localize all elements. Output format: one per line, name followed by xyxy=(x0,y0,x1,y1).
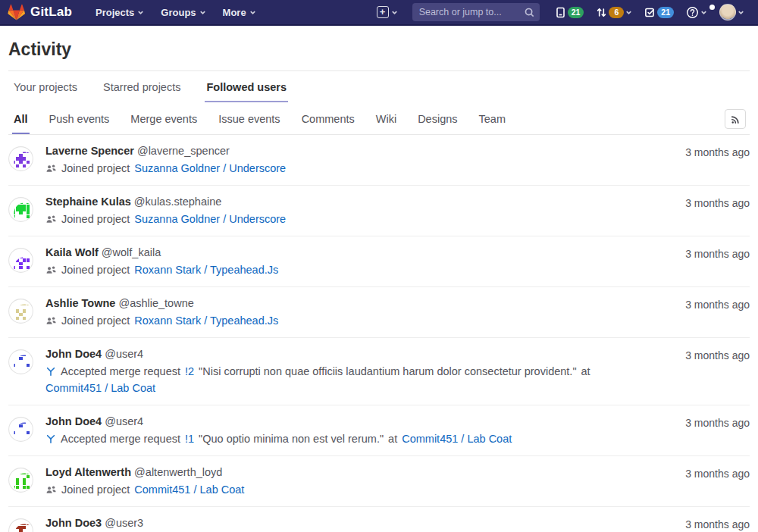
issues-counter-button[interactable]: 21 xyxy=(549,7,590,18)
filter-all[interactable]: All xyxy=(12,104,30,134)
user-handle: @altenwerth_loyd xyxy=(134,466,222,478)
users-icon xyxy=(45,264,57,276)
users-icon xyxy=(45,214,57,225)
chevron-down-icon xyxy=(700,9,707,16)
user-identicon-avatar[interactable] xyxy=(8,197,33,222)
top-navbar: GitLab Projects Groups More + xyxy=(0,0,758,26)
user-handle: @ashlie_towne xyxy=(118,297,193,309)
event-detail: Joined project Suzanna Goldner / Undersc… xyxy=(45,213,675,225)
event-filter-tabs: All Push events Merge events Issue event… xyxy=(8,104,750,135)
event-timestamp: 3 months ago xyxy=(685,297,750,311)
user-identicon-avatar[interactable] xyxy=(8,518,33,532)
user-full-name[interactable]: John Doe4 xyxy=(45,348,102,360)
user-full-name[interactable]: Ashlie Towne xyxy=(45,297,115,309)
tab-your-projects[interactable]: Your projects xyxy=(12,71,79,102)
event-detail: Joined project Roxann Stark / Typeahead.… xyxy=(45,315,675,327)
activity-row: John Doe4 @user4 Accepted merge request … xyxy=(8,405,750,456)
user-identicon-avatar[interactable] xyxy=(8,248,33,273)
user-full-name[interactable]: Kaila Wolf xyxy=(45,246,99,258)
page-title: Activity xyxy=(8,26,750,70)
users-icon xyxy=(45,163,57,174)
merge-request-ref-link[interactable]: !2 xyxy=(185,365,194,377)
todos-count-badge: 21 xyxy=(657,7,674,18)
event-action-text: Joined project xyxy=(61,264,130,276)
activity-row: Laverne Spencer @laverne_spencer Joined … xyxy=(8,135,750,186)
chevron-down-icon xyxy=(249,9,256,16)
new-menu-button[interactable]: + xyxy=(371,6,403,18)
chevron-down-icon xyxy=(199,9,206,16)
project-link[interactable]: Commit451 / Lab Coat xyxy=(45,382,155,394)
event-timestamp: 3 months ago xyxy=(685,196,750,209)
chevron-down-icon xyxy=(625,9,632,16)
merge-request-title-text: "Nisi corrupti non quae officiis laudant… xyxy=(199,365,576,377)
gitlab-tanuki-logo-icon xyxy=(8,4,25,20)
todo-checklist-icon xyxy=(644,7,656,18)
filter-issue-events[interactable]: Issue events xyxy=(217,104,281,134)
user-identicon-avatar[interactable] xyxy=(8,468,33,493)
event-action-text: Joined project xyxy=(61,162,130,174)
project-link[interactable]: Suzanna Goldner / Underscore xyxy=(134,162,286,174)
chevron-down-icon xyxy=(738,9,744,16)
filter-push-events[interactable]: Push events xyxy=(48,104,111,134)
tab-starred-projects[interactable]: Starred projects xyxy=(102,71,182,102)
nav-menu-more[interactable]: More xyxy=(215,0,265,24)
filter-team[interactable]: Team xyxy=(478,104,507,134)
event-action-text: Joined project xyxy=(61,315,130,327)
nav-menu-groups[interactable]: Groups xyxy=(152,0,214,24)
user-avatar xyxy=(719,4,736,20)
tab-followed-users[interactable]: Followed users xyxy=(205,71,288,102)
user-identicon-avatar[interactable] xyxy=(8,349,33,374)
issues-icon xyxy=(555,7,566,18)
user-handle: @laverne_spencer xyxy=(137,145,230,157)
user-handle: @user4 xyxy=(105,415,143,427)
user-identicon-avatar[interactable] xyxy=(8,299,33,324)
user-handle: @user4 xyxy=(105,348,143,360)
activity-row: Loyd Altenwerth @altenwerth_loyd Joined … xyxy=(8,456,750,507)
user-handle: @wolf_kaila xyxy=(102,246,161,258)
global-search xyxy=(412,3,540,21)
user-full-name[interactable]: John Doe3 xyxy=(45,517,102,529)
rss-feed-button[interactable] xyxy=(725,109,746,129)
merge-request-ref-link[interactable]: !1 xyxy=(185,433,194,445)
user-full-name[interactable]: John Doe4 xyxy=(45,415,102,427)
search-input[interactable] xyxy=(412,3,540,21)
user-full-name[interactable]: Laverne Spencer xyxy=(45,145,134,157)
filter-comments[interactable]: Comments xyxy=(300,104,356,134)
activity-row: John Doe4 @user4 Accepted merge request … xyxy=(8,338,750,405)
filter-merge-events[interactable]: Merge events xyxy=(129,104,199,134)
project-link[interactable]: Commit451 / Lab Coat xyxy=(134,483,244,496)
notification-dot xyxy=(709,5,715,10)
merge-request-icon xyxy=(45,433,56,445)
user-menu-button[interactable] xyxy=(713,4,750,20)
event-timestamp: 3 months ago xyxy=(685,466,750,480)
gitlab-home-link[interactable]: GitLab xyxy=(8,4,72,20)
filter-wiki[interactable]: Wiki xyxy=(374,104,398,134)
project-link[interactable]: Commit451 / Lab Coat xyxy=(402,433,512,445)
project-link[interactable]: Roxann Stark / Typeahead.Js xyxy=(134,264,278,276)
user-identicon-avatar[interactable] xyxy=(8,146,33,171)
merge-request-icon xyxy=(596,7,607,18)
todos-counter-button[interactable]: 21 xyxy=(638,7,680,18)
user-full-name[interactable]: Stephaine Kulas xyxy=(45,196,131,208)
merge-requests-counter-button[interactable]: 6 xyxy=(590,7,638,18)
nav-menu-projects[interactable]: Projects xyxy=(87,0,152,24)
event-timestamp: 3 months ago xyxy=(685,415,750,429)
user-handle: @user3 xyxy=(105,517,143,529)
activity-row: John Doe3 @user3 Accepted merge request … xyxy=(8,507,750,532)
project-link[interactable]: Suzanna Goldner / Underscore xyxy=(134,213,286,225)
project-link[interactable]: Roxann Stark / Typeahead.Js xyxy=(134,315,278,327)
rss-icon xyxy=(730,114,741,125)
event-detail: Accepted merge request !2 "Nisi corrupti… xyxy=(45,365,675,394)
issues-count-badge: 21 xyxy=(568,7,584,18)
brand-name: GitLab xyxy=(30,5,72,20)
user-identicon-avatar[interactable] xyxy=(8,417,33,442)
help-menu-button[interactable] xyxy=(680,6,713,19)
event-timestamp: 3 months ago xyxy=(685,246,750,260)
merge-requests-count-badge: 6 xyxy=(609,7,624,18)
users-icon xyxy=(45,315,57,327)
activity-list: Laverne Spencer @laverne_spencer Joined … xyxy=(8,135,750,532)
event-timestamp: 3 months ago xyxy=(685,517,750,530)
user-full-name[interactable]: Loyd Altenwerth xyxy=(45,466,131,478)
help-question-icon xyxy=(686,6,699,19)
filter-designs[interactable]: Designs xyxy=(416,104,459,134)
